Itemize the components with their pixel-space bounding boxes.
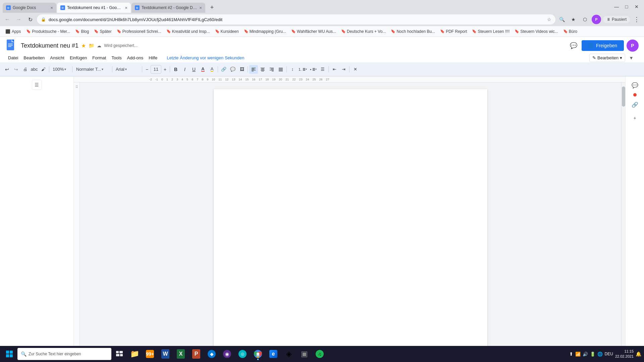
- text-color-button[interactable]: A: [199, 65, 207, 74]
- doc-title[interactable]: Textdokument neu #1: [21, 42, 78, 49]
- bookmark-apps[interactable]: ⬛ Apps: [3, 28, 23, 35]
- last-edit-indicator[interactable]: Letzte Änderung vor wenigen Sekunden: [164, 54, 247, 62]
- highlight-button[interactable]: A: [208, 65, 216, 74]
- bookmark-manager-icon[interactable]: ★: [569, 15, 578, 24]
- comments-button[interactable]: 💬: [568, 40, 579, 51]
- bookmark-10[interactable]: 🔖 Noch hochladen Bu...: [388, 28, 437, 35]
- reload-button[interactable]: ↻: [25, 15, 35, 24]
- paint-format-button[interactable]: 🖌: [39, 65, 48, 74]
- expand-toolbar-button[interactable]: ▾: [627, 53, 636, 62]
- font-size-increase[interactable]: +: [162, 65, 168, 74]
- notification-button[interactable]: 🔔: [636, 351, 641, 357]
- bookmark-3[interactable]: 🔖 Später: [92, 28, 114, 35]
- share-button[interactable]: 👤 Freigeben: [582, 40, 624, 51]
- user-avatar[interactable]: P: [627, 40, 639, 52]
- align-right-button[interactable]: [267, 65, 276, 74]
- bookmark-13[interactable]: 🔖 Steuern Videos wic...: [512, 28, 560, 35]
- taskbar-app-blue[interactable]: ◆: [205, 347, 219, 361]
- tab-1[interactable]: D Google Docs ✕: [3, 3, 56, 13]
- task-view-button[interactable]: [113, 347, 126, 361]
- taskbar-powerpoint[interactable]: P: [189, 347, 203, 361]
- system-time[interactable]: 11:15 22.02.2021: [615, 349, 634, 359]
- document-scroll-area[interactable]: [80, 82, 621, 346]
- vertical-scrollbar[interactable]: [621, 82, 625, 346]
- sidebar-expand-button[interactable]: +: [630, 113, 640, 123]
- taskbar-app-orange[interactable]: 99+: [143, 347, 157, 361]
- tab-1-close[interactable]: ✕: [50, 6, 53, 10]
- underline-button[interactable]: U: [190, 65, 198, 74]
- profile-icon[interactable]: P: [592, 15, 601, 24]
- bulleted-list-button[interactable]: • ▾: [309, 65, 318, 74]
- taskbar-edge[interactable]: e: [266, 347, 280, 361]
- zoom-dropdown[interactable]: 100% ▾: [51, 65, 71, 74]
- taskbar-spotify[interactable]: ♫: [313, 347, 327, 361]
- star-icon[interactable]: ★: [81, 43, 86, 49]
- bookmark-8[interactable]: 🔖 Wahlfächer WU Aus...: [289, 28, 338, 35]
- style-dropdown[interactable]: Normaler T... ▾: [74, 65, 111, 74]
- battery-icon[interactable]: 🔋: [590, 352, 595, 357]
- bookmark-2[interactable]: 🔖 Blog: [73, 28, 91, 35]
- maximize-button[interactable]: □: [622, 2, 631, 11]
- italic-button[interactable]: I: [180, 65, 189, 74]
- insert-image-button[interactable]: 🖼: [237, 65, 246, 74]
- menu-ansicht[interactable]: Ansicht: [47, 54, 67, 62]
- tab-3-close[interactable]: ✕: [199, 6, 202, 10]
- menu-datei[interactable]: Datei: [5, 54, 21, 62]
- back-button[interactable]: ←: [3, 15, 12, 24]
- tab-2[interactable]: D Textdokument neu #1 - Google ... ✕: [57, 3, 131, 13]
- taskbar-app-gray1[interactable]: ◈: [282, 347, 296, 361]
- address-bar[interactable]: 🔒 docs.google.com/document/d/1hUH8k6h7Lb…: [37, 14, 555, 24]
- menu-bearbeiten[interactable]: Bearbeiten: [21, 54, 47, 62]
- extensions-icon[interactable]: ⬡: [580, 15, 590, 24]
- decrease-indent-button[interactable]: ⇤: [330, 65, 339, 74]
- new-tab-button[interactable]: +: [207, 3, 217, 12]
- spellcheck-button[interactable]: abc: [30, 65, 39, 74]
- font-size-input[interactable]: 11: [151, 65, 161, 74]
- menu-addons[interactable]: Add-ons: [124, 54, 146, 62]
- line-spacing-button[interactable]: ↕: [288, 65, 297, 74]
- pause-button[interactable]: ⏸ — Pausiert: [603, 16, 630, 23]
- more-lists-button[interactable]: ☰: [318, 65, 327, 74]
- sys-icon-1[interactable]: ⬆: [569, 351, 573, 357]
- sidebar-links-button[interactable]: 🔗: [629, 99, 641, 111]
- edit-mode-button[interactable]: ✎ Bearbeiten ▾: [589, 54, 625, 62]
- align-left-button[interactable]: [249, 65, 258, 74]
- taskbar-app-gray2[interactable]: ▣: [297, 347, 311, 361]
- bookmark-1[interactable]: 🔖 Produktsuche - Mer...: [24, 28, 72, 35]
- font-dropdown[interactable]: Arial ▾: [114, 65, 141, 74]
- bookmark-5[interactable]: 🔖 Kreativität und Insp...: [164, 28, 212, 35]
- menu-einfuegen[interactable]: Einfügen: [67, 54, 90, 62]
- outline-toggle-button[interactable]: ☰: [32, 80, 42, 90]
- bookmark-6[interactable]: 🔖 Kursideen: [213, 28, 241, 35]
- move-to-folder-icon[interactable]: 📁: [89, 43, 94, 48]
- taskbar-search[interactable]: 🔍 Zur Suche Text hier eingeben: [17, 348, 111, 360]
- undo-button[interactable]: ↩: [3, 65, 11, 74]
- bookmark-star-icon[interactable]: ☆: [547, 17, 551, 22]
- bold-button[interactable]: B: [171, 65, 180, 74]
- redo-button[interactable]: ↪: [12, 65, 20, 74]
- taskbar-app-circle[interactable]: ◉: [220, 347, 234, 361]
- bookmark-7[interactable]: 🔖 Mindmapping (Gru...: [241, 28, 288, 35]
- increase-indent-button[interactable]: ⇥: [339, 65, 348, 74]
- taskbar-chrome[interactable]: [251, 347, 265, 361]
- forward-button[interactable]: →: [14, 15, 23, 24]
- numbered-list-button[interactable]: 1. ▾: [297, 65, 308, 74]
- align-center-button[interactable]: [258, 65, 267, 74]
- insert-comment-button[interactable]: 💬: [228, 65, 237, 74]
- bookmark-14[interactable]: 🔖 Büro: [561, 28, 580, 35]
- bookmark-9[interactable]: 🔖 Deutsche Kurs + Vo...: [339, 28, 388, 35]
- close-window-button[interactable]: ✕: [632, 2, 641, 11]
- tab-3[interactable]: D Textdokument #2 - Google Docs ✕: [131, 3, 205, 13]
- tab-2-close[interactable]: ✕: [125, 6, 127, 10]
- bookmark-11[interactable]: 🔖 PDF Report: [438, 28, 469, 35]
- minimize-button[interactable]: —: [612, 2, 621, 11]
- bookmark-12[interactable]: 🔖 Steuern Lesen !!!!: [470, 28, 512, 35]
- sidebar-comments-button[interactable]: 💬: [629, 79, 641, 91]
- document-page[interactable]: [214, 89, 487, 346]
- taskbar-word[interactable]: W: [158, 347, 172, 361]
- clear-formatting-button[interactable]: ✕: [351, 65, 360, 74]
- document-content[interactable]: [214, 89, 487, 346]
- menu-hilfe[interactable]: Hilfe: [146, 54, 160, 62]
- network-icon[interactable]: 🌐: [597, 352, 603, 357]
- insert-link-button[interactable]: 🔗: [219, 65, 228, 74]
